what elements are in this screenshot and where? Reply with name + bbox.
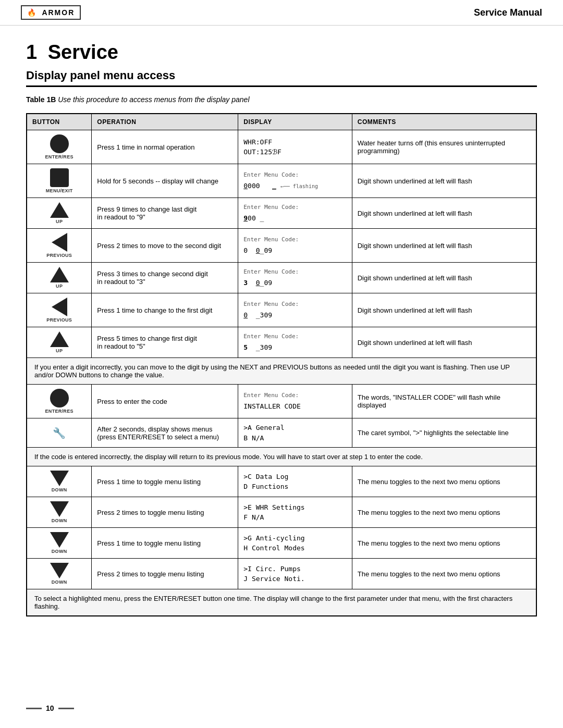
display-cell: WHR:OFF OUT:125ℬF <box>238 130 352 164</box>
operation-cell: Hold for 5 seconds -- display will chang… <box>92 164 238 198</box>
display-line1: 0000 _ ←── flashing <box>243 181 346 191</box>
table-row: DOWN Press 2 times to toggle menu listin… <box>27 559 536 589</box>
down-label: DOWN <box>52 487 67 492</box>
down-button-icon <box>50 501 69 517</box>
underline-digit: 0 <box>256 246 260 254</box>
previous-button-icon <box>52 298 67 316</box>
info-row-1: If you enter a digit incorrectly, you ca… <box>27 358 536 385</box>
down-button-icon <box>50 471 69 486</box>
enter-res-button-icon <box>50 134 69 153</box>
info-row-3: To select a highlighted menu, press the … <box>27 589 536 616</box>
info-text-2: If the code is entered incorrectly, the … <box>27 448 536 466</box>
button-cell: DOWN <box>27 466 92 497</box>
page-header: ARMOR Service Manual <box>0 0 563 26</box>
operation-cell: Press 2 times to toggle menu listing <box>92 559 238 589</box>
previous-button-icon <box>52 233 67 252</box>
display-label: Enter Menu Code: <box>243 391 346 400</box>
display-line1: >E WHR Settings <box>243 502 346 513</box>
enter-res-button-icon-2 <box>50 389 69 408</box>
display-line1: >C Data Log <box>243 472 346 482</box>
display-label: Enter Menu Code: <box>243 332 346 341</box>
display-cell: Enter Menu Code: 900 _ <box>238 198 352 229</box>
header-title: Service Manual <box>474 7 542 18</box>
comments-cell: The words, "INSTALLER CODE" will flash w… <box>352 385 536 418</box>
display-cell: Enter Menu Code: 0000 _ ←── flashing <box>238 164 352 198</box>
button-cell: UP <box>27 263 92 293</box>
table-row: MENU/EXIT Hold for 5 seconds -- display … <box>27 164 536 198</box>
menu-exit-button-icon <box>50 168 69 187</box>
page-number: 10 <box>46 704 54 712</box>
table-row: DOWN Press 2 times to toggle menu listin… <box>27 497 536 528</box>
underline-digit: 0 <box>243 182 248 190</box>
display-cell: Enter Menu Code: 0 _309 <box>238 293 352 327</box>
table-caption-bold: Table 1B <box>26 95 56 104</box>
col-header-comments: Comments <box>352 114 536 130</box>
up-button-icon <box>50 202 69 218</box>
down-label: DOWN <box>52 518 67 523</box>
table-row: UP Press 5 times to change first digitin… <box>27 327 536 358</box>
chapter-number: 1 <box>26 41 37 63</box>
info-text-1: If you enter a digit incorrectly, you ca… <box>27 358 536 385</box>
operation-cell: Press to enter the code <box>92 385 238 418</box>
bold-digit: 9 <box>243 214 248 222</box>
display-cell: Enter Menu Code: 0 0_09 <box>238 229 352 263</box>
comments-cell: The caret symbol, ">" highlights the sel… <box>352 418 536 448</box>
comments-cell: Digit shown underlined at left will flas… <box>352 164 536 198</box>
button-cell: DOWN <box>27 497 92 528</box>
operation-cell: Press 1 time to toggle menu listing <box>92 528 238 559</box>
table-caption: Table 1B Use this procedure to access me… <box>26 95 537 104</box>
info-text-3: To select a highlighted menu, press the … <box>27 589 536 616</box>
operation-cell: Press 1 time to toggle menu listing <box>92 466 238 497</box>
table-row: 🔧 After 2 seconds, display shows menus (… <box>27 418 536 448</box>
display-line1: 0 _309 <box>243 310 346 320</box>
previous-label: PREVIOUS <box>46 253 72 258</box>
down-button-icon <box>50 563 69 578</box>
comments-cell: Digit shown underlined at left will flas… <box>352 263 536 293</box>
button-cell: PREVIOUS <box>27 293 92 327</box>
display-cell: >E WHR Settings F N/A <box>238 497 352 528</box>
chapter-title: Service <box>48 41 118 63</box>
underline-digit: 0 <box>256 279 260 287</box>
comments-cell: Digit shown underlined at left will flas… <box>352 198 536 229</box>
button-cell: DOWN <box>27 559 92 589</box>
comments-cell: Water heater turns off (this ensures uni… <box>352 130 536 164</box>
operation-cell: Press 1 time in normal operation <box>92 130 238 164</box>
display-line1: 900 _ <box>243 213 346 224</box>
display-line1: INSTALLER CODE <box>243 401 346 412</box>
main-content: 1 Service Display panel menu access Tabl… <box>0 26 563 632</box>
page-num-bar-left <box>26 708 42 709</box>
up-button-icon <box>50 331 69 347</box>
wrench-icon: 🔧 <box>53 427 66 439</box>
info-row-2: If the code is entered incorrectly, the … <box>27 448 536 466</box>
operation-cell: Press 2 times to toggle menu listing <box>92 497 238 528</box>
comments-cell: The menu toggles to the next two menu op… <box>352 466 536 497</box>
down-label: DOWN <box>52 549 67 554</box>
display-label: Enter Menu Code: <box>243 268 346 277</box>
previous-label: PREVIOUS <box>46 317 72 323</box>
table-caption-text: Use this procedure to access menus from … <box>58 95 249 104</box>
enter-res-label: ENTER/RES <box>45 154 74 159</box>
display-line1: >A General <box>243 423 346 433</box>
col-header-operation: Operation <box>92 114 238 130</box>
operation-cell: Press 1 time to change to the first digi… <box>92 293 238 327</box>
display-label: Enter Menu Code: <box>243 300 346 309</box>
button-cell: 🔧 <box>27 418 92 448</box>
comments-cell: The menu toggles to the next two menu op… <box>352 528 536 559</box>
display-cell: Enter Menu Code: 3 0_09 <box>238 263 352 293</box>
display-line1: >G Anti-cycling <box>243 533 346 544</box>
display-line2: F N/A <box>243 512 346 523</box>
display-cell: Enter Menu Code: INSTALLER CODE <box>238 385 352 418</box>
display-line1: 3 0_09 <box>243 278 346 288</box>
display-label: Enter Menu Code: <box>243 236 346 244</box>
comments-cell: The menu toggles to the next two menu op… <box>352 497 536 528</box>
operation-cell: Press 9 times to change last digitin rea… <box>92 198 238 229</box>
display-cell: >A General B N/A <box>238 418 352 448</box>
menu-exit-label: MENU/EXIT <box>46 188 73 193</box>
table-header-row: Button Operation Display Comments <box>27 114 536 130</box>
operation-cell: Press 3 times to change second digitin r… <box>92 263 238 293</box>
comments-cell: Digit shown underlined at left will flas… <box>352 327 536 358</box>
display-line1: >I Circ. Pumps <box>243 564 346 574</box>
table-row: DOWN Press 1 time to toggle menu listing… <box>27 466 536 497</box>
display-line2: D Functions <box>243 482 346 492</box>
button-cell: DOWN <box>27 528 92 559</box>
